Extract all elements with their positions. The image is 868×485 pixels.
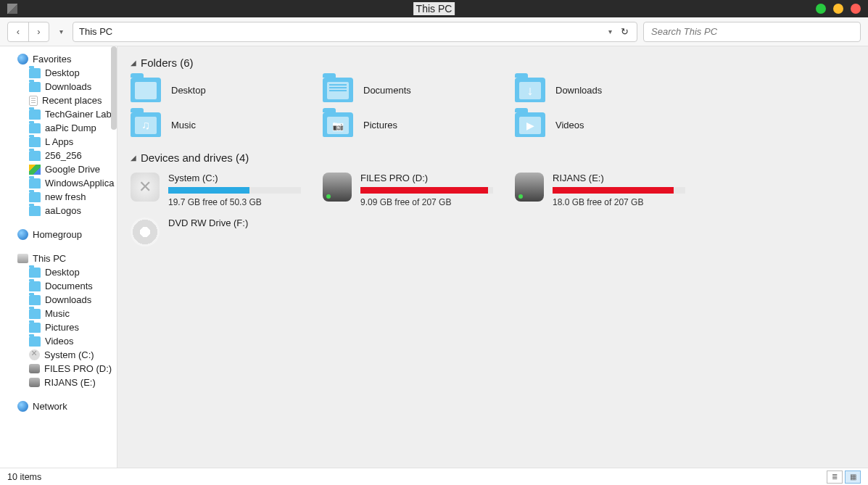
sidebar[interactable]: Favorites DesktopDownloadsRecent placesT… (0, 46, 117, 468)
drive-free-text: 18.0 GB free of 207 GB (553, 197, 685, 207)
drive-label: DVD RW Drive (F:) (168, 217, 301, 228)
homegroup-icon (17, 229, 28, 240)
capacity-bar (553, 187, 685, 194)
refresh-button[interactable]: ↻ (618, 26, 631, 37)
collapse-icon: ◢ (131, 154, 136, 162)
folders-section-header[interactable]: ◢ Folders (6) (131, 57, 855, 69)
folder-icon (29, 206, 41, 216)
drive-icon (131, 173, 160, 202)
thispc-item[interactable]: Music (0, 307, 117, 320)
search-input[interactable] (651, 26, 853, 37)
toolbar: ‹ › ▾ This PC ▾ ↻ (0, 17, 868, 46)
drive-tile[interactable]: System (C:)19.7 GB free of 50.3 GB (131, 170, 301, 210)
favorites-item[interactable]: Desktop (0, 66, 117, 80)
folder-icon (29, 281, 41, 291)
tree-root-network[interactable]: Network (0, 399, 117, 413)
folder-icon (29, 295, 41, 305)
thispc-item-label: System (C:) (44, 349, 94, 360)
favorites-item[interactable]: Google Drive (0, 162, 117, 176)
drives-header-text: Devices and drives (4) (141, 152, 249, 164)
drive-free-text: 9.09 GB free of 207 GB (360, 197, 493, 207)
address-dropdown-icon[interactable]: ▾ (608, 28, 612, 36)
favorites-item-label: Downloads (45, 81, 91, 92)
forward-button[interactable]: › (28, 22, 49, 41)
folder-icon (131, 78, 161, 102)
drive-tile[interactable]: DVD RW Drive (F:) (131, 215, 301, 249)
favorites-item[interactable]: TechGainer Lab (0, 107, 117, 121)
favorites-item-label: TechGainer Lab (45, 109, 112, 120)
drive-icon (515, 173, 544, 202)
address-text: This PC (79, 26, 603, 37)
favorites-item-label: aaLogos (45, 205, 81, 216)
folder-icon (323, 112, 353, 137)
folder-label: Documents (363, 85, 411, 96)
folder-tile[interactable]: Music (131, 109, 301, 140)
thispc-item[interactable]: RIJANS (E:) (0, 376, 117, 389)
drive-label: RIJANS (E:) (553, 173, 685, 183)
thispc-item[interactable]: FILES PRO (D:) (0, 362, 117, 376)
titlebar: This PC (0, 0, 868, 17)
folder-label: Desktop (171, 85, 206, 96)
drive-tile[interactable]: RIJANS (E:)18.0 GB free of 207 GB (515, 170, 685, 210)
favorites-item[interactable]: WindowsApplica (0, 176, 117, 190)
thispc-item[interactable]: Documents (0, 279, 117, 293)
drive-free-text: 19.7 GB free of 50.3 GB (168, 197, 301, 207)
thispc-item-label: Music (45, 308, 70, 319)
folder-tile[interactable]: Desktop (131, 75, 301, 105)
favorites-item-label: WindowsApplica (45, 178, 114, 188)
favorites-item[interactable]: 256_256 (0, 149, 117, 162)
folder-icon (131, 112, 161, 137)
drive-label: System (C:) (168, 173, 301, 183)
folder-tile[interactable]: Pictures (323, 109, 493, 140)
favorites-item[interactable]: L Apps (0, 135, 117, 149)
favorites-item-label: new fresh (45, 191, 86, 202)
favorites-item[interactable]: aaLogos (0, 204, 117, 217)
folder-icon (29, 151, 41, 161)
close-button[interactable] (851, 4, 861, 14)
collapse-icon: ◢ (131, 59, 136, 67)
favorites-item[interactable]: Downloads (0, 80, 117, 94)
content-pane[interactable]: ◢ Folders (6) DesktopDocumentsDownloadsM… (117, 46, 868, 468)
address-bar[interactable]: This PC ▾ ↻ (73, 22, 637, 42)
folder-icon (29, 109, 41, 120)
favorites-item[interactable]: new fresh (0, 190, 117, 204)
thispc-item-label: Documents (45, 281, 93, 291)
favorites-item-label: Google Drive (45, 164, 100, 175)
tree-root-favorites[interactable]: Favorites (0, 52, 117, 66)
folder-tile[interactable]: Documents (323, 75, 493, 105)
drive-tile[interactable]: FILES PRO (D:)9.09 GB free of 207 GB (323, 170, 493, 210)
favorites-item[interactable]: aaPic Dump (0, 121, 117, 135)
thispc-label: This PC (33, 253, 66, 264)
thispc-item-label: Pictures (45, 322, 79, 333)
scrollbar[interactable] (111, 46, 117, 130)
disk-icon (29, 364, 40, 373)
favorites-item[interactable]: Recent places (0, 94, 117, 107)
thispc-item[interactable]: System (C:) (0, 348, 117, 362)
thispc-item[interactable]: Desktop (0, 265, 117, 279)
tree-root-homegroup[interactable]: Homegroup (0, 228, 117, 241)
minimize-button[interactable] (816, 4, 826, 14)
search-box[interactable] (643, 22, 861, 42)
status-text: 10 items (7, 472, 41, 482)
view-details-button[interactable]: ≣ (827, 471, 843, 484)
tree-root-thispc[interactable]: This PC (0, 252, 117, 265)
view-tiles-button[interactable]: ▦ (845, 471, 861, 484)
capacity-bar (360, 187, 493, 194)
thispc-item[interactable]: Downloads (0, 293, 117, 307)
folder-tile[interactable]: Downloads (515, 75, 685, 105)
thispc-item-label: RIJANS (E:) (44, 377, 96, 388)
folder-tile[interactable]: Videos (515, 109, 685, 140)
history-dropdown[interactable]: ▾ (55, 28, 67, 36)
network-icon (17, 401, 28, 412)
back-button[interactable]: ‹ (8, 22, 28, 41)
maximize-button[interactable] (833, 4, 843, 14)
network-label: Network (33, 401, 67, 412)
thispc-item-label: FILES PRO (D:) (44, 363, 112, 374)
favorites-item-label: aaPic Dump (45, 123, 96, 133)
thispc-item[interactable]: Videos (0, 334, 117, 348)
folders-header-text: Folders (6) (141, 57, 194, 69)
thispc-item[interactable]: Pictures (0, 320, 117, 334)
folder-icon (515, 112, 545, 137)
app-icon (7, 4, 17, 14)
drives-section-header[interactable]: ◢ Devices and drives (4) (131, 152, 855, 164)
